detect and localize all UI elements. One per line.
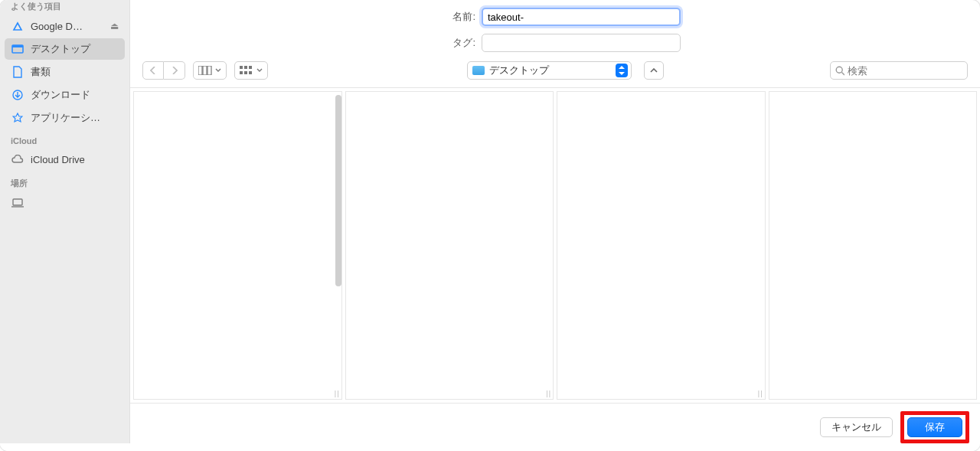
svg-rect-5 xyxy=(249,66,252,69)
columns-icon xyxy=(198,66,212,75)
nav-back-forward xyxy=(142,61,185,80)
name-label: 名前: xyxy=(437,10,475,24)
column-1[interactable]: || xyxy=(133,91,342,400)
desktop-icon xyxy=(11,42,24,56)
filename-input[interactable] xyxy=(482,8,681,26)
body: よく使う項目 Google D… ⏏ デスクトップ 書類 xyxy=(0,87,980,403)
svg-rect-8 xyxy=(249,71,252,74)
column-resize-handle[interactable]: || xyxy=(758,390,763,397)
svg-rect-1 xyxy=(203,66,207,75)
svg-rect-6 xyxy=(240,71,243,74)
column-2[interactable]: || xyxy=(345,91,554,400)
cancel-button[interactable]: キャンセル xyxy=(820,417,893,437)
sidebar-item-icloud-drive[interactable]: iCloud Drive xyxy=(5,149,125,170)
column-resize-handle[interactable]: || xyxy=(546,390,551,397)
sidebar-section-favorites: よく使う項目 xyxy=(5,0,125,14)
location-popup[interactable]: デスクトップ xyxy=(467,61,632,80)
tag-input[interactable] xyxy=(482,34,681,52)
apps-icon xyxy=(11,111,24,125)
sidebar-item-label: 書類 xyxy=(31,65,119,79)
column-browser: || || || xyxy=(130,88,980,403)
sidebar-item-desktop[interactable]: デスクトップ xyxy=(5,38,125,60)
column-3[interactable]: || xyxy=(557,91,766,400)
cloud-icon xyxy=(11,152,24,166)
svg-rect-4 xyxy=(244,66,247,69)
sidebar-item-applications[interactable]: アプリケーシ… xyxy=(5,107,125,129)
laptop-icon xyxy=(11,196,24,210)
svg-line-10 xyxy=(842,72,844,75)
group-by-button[interactable] xyxy=(234,61,268,80)
collapse-button[interactable] xyxy=(644,61,664,80)
sidebar-item-documents[interactable]: 書類 xyxy=(5,61,125,83)
sidebar-item-label: ダウンロード xyxy=(31,88,119,102)
tag-label: タグ: xyxy=(437,36,475,50)
sidebar-item-label: Google D… xyxy=(31,21,104,32)
toolbar: デスクトップ xyxy=(130,52,980,87)
sidebar-section-icloud: iCloud xyxy=(5,130,125,147)
search-input[interactable] xyxy=(848,65,962,77)
doc-icon xyxy=(11,65,24,79)
sidebar-section-locations: 場所 xyxy=(5,172,125,191)
chevron-left-icon xyxy=(150,67,156,74)
stepper-icon xyxy=(616,64,628,77)
chevron-down-icon xyxy=(215,68,221,73)
column-resize-handle[interactable]: || xyxy=(335,390,340,397)
save-dialog: 名前: タグ: xyxy=(0,0,980,451)
forward-button[interactable] xyxy=(164,61,185,80)
search-box[interactable] xyxy=(830,61,968,80)
svg-point-9 xyxy=(836,67,842,73)
svg-rect-2 xyxy=(207,66,211,75)
sidebar-item-label: アプリケーシ… xyxy=(31,111,119,125)
top-form: 名前: タグ: xyxy=(0,0,980,52)
sidebar-item-downloads[interactable]: ダウンロード xyxy=(5,84,125,106)
view-columns-button[interactable] xyxy=(193,61,227,80)
chevron-up-icon xyxy=(650,68,658,73)
sidebar: よく使う項目 Google D… ⏏ デスクトップ 書類 xyxy=(0,0,130,443)
download-icon xyxy=(11,88,24,102)
save-button[interactable]: 保存 xyxy=(907,417,962,437)
back-button[interactable] xyxy=(142,61,164,80)
location-name: デスクトップ xyxy=(489,64,611,77)
svg-rect-12 xyxy=(12,45,23,47)
sidebar-item-label: iCloud Drive xyxy=(31,154,119,165)
grid-icon xyxy=(240,66,253,75)
svg-rect-0 xyxy=(198,66,202,75)
svg-rect-3 xyxy=(240,66,243,69)
column-4[interactable] xyxy=(769,91,978,400)
gdrive-icon xyxy=(11,19,24,33)
chevron-down-icon xyxy=(256,68,263,73)
sidebar-item-computer[interactable] xyxy=(5,192,125,214)
folder-icon xyxy=(472,66,485,75)
svg-rect-7 xyxy=(244,71,247,74)
eject-icon[interactable]: ⏏ xyxy=(110,21,119,31)
svg-rect-14 xyxy=(13,199,22,205)
chevron-right-icon xyxy=(172,67,178,74)
scrollbar-thumb[interactable] xyxy=(335,95,341,286)
sidebar-item-google-drive[interactable]: Google D… ⏏ xyxy=(5,15,125,37)
sidebar-item-label: デスクトップ xyxy=(31,42,119,56)
save-highlight: 保存 xyxy=(900,411,969,443)
search-icon xyxy=(835,66,844,76)
footer: 新規フォルダ キャンセル 保存 xyxy=(0,403,980,451)
